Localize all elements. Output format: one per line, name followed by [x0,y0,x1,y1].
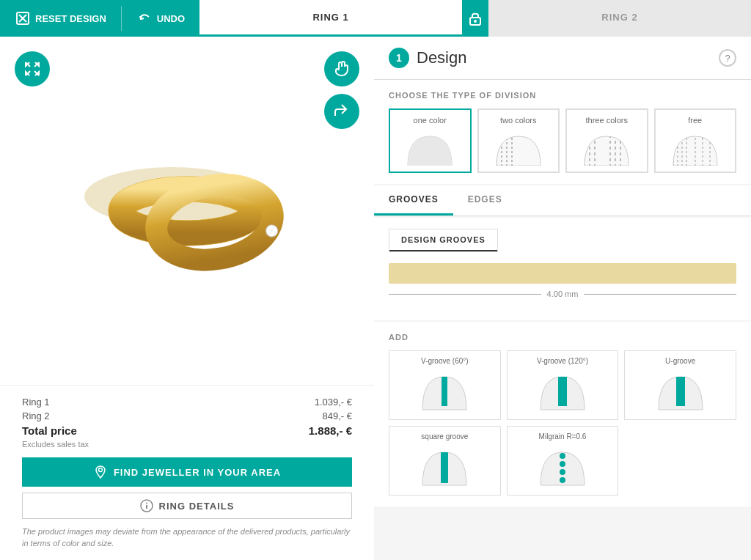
design-header: 1 Design ? [374,37,751,80]
rings-illustration [62,101,312,321]
groove-v120[interactable]: V-groove (120°) [507,350,619,420]
tab-edges[interactable]: EDGES [453,185,517,215]
v60-icon [419,369,470,413]
ring1-price: 1.039,- € [315,397,352,408]
reset-label: Reset design [35,13,106,24]
groove-bar-container [389,263,736,284]
svg-rect-42 [441,452,448,483]
tab-ring2[interactable]: RING 2 [488,0,751,37]
svg-point-21 [146,503,147,504]
square-groove-icon [419,445,470,489]
measure-line-left [389,294,541,295]
find-jeweller-button[interactable]: FIND JEWELLER IN YOUR AREA [22,457,352,487]
ring1-label: Ring 1 [22,397,50,408]
ring2-price-row: Ring 2 849,- € [22,410,352,421]
division-free[interactable]: free [654,108,737,173]
groove-u[interactable]: U-groove [624,350,736,420]
undo-label: Undo [157,13,185,24]
lock-icon[interactable] [462,0,488,37]
grooves-section: DESIGN GROOVES 4.00 mm [374,218,751,320]
ring2-label: Ring 2 [22,410,50,421]
ring-details-button[interactable]: RING DETAILS [22,493,352,519]
u-label: U-groove [665,357,695,365]
division-options: one color two colors [389,108,736,173]
two-colors-label: two colors [500,116,537,125]
groove-measure-value: 4.00 mm [547,290,579,298]
svg-rect-41 [676,377,685,406]
division-one-color[interactable]: one color [389,108,472,173]
disclaimer: The product images may deviate from the … [22,526,352,549]
svg-point-44 [560,461,565,467]
two-colors-icon [493,129,544,166]
design-title: Design [417,48,466,67]
action-buttons: FIND JEWELLER IN YOUR AREA RING DETAILS [22,457,352,519]
help-icon[interactable]: ? [719,49,736,67]
add-section: ADD V-groove (60°) V-groove (120°) [374,322,751,506]
ring2-price: 849,- € [323,410,352,421]
add-label: ADD [389,333,736,342]
free-icon [670,129,721,166]
design-grooves-tab: DESIGN GROOVES [389,229,498,252]
measure-line-right [584,294,736,295]
header: Reset design Undo RING 1 RING 2 [0,0,751,37]
tab-grooves[interactable]: GROOVES [374,185,453,215]
svg-point-4 [474,20,477,23]
grooves-edges-tabs: GROOVES EDGES [374,185,751,216]
design-grooves-button[interactable]: DESIGN GROOVES [389,229,497,251]
square-label: square groove [421,432,468,441]
division-two-colors[interactable]: two colors [477,108,560,173]
ring-preview [0,37,374,385]
expand-button[interactable] [15,51,50,86]
svg-point-43 [560,453,565,459]
groove-square[interactable]: square groove [389,426,501,495]
total-price-row: Total price 1.888,- € [22,424,352,437]
milgrain-label: Milgrain R=0.6 [539,432,587,441]
free-label: free [688,116,702,125]
tax-note: Excludes sales tax [22,440,352,449]
svg-point-46 [560,477,565,483]
groove-v60[interactable]: V-groove (60°) [389,350,501,420]
division-three-colors[interactable]: three colors [565,108,648,173]
division-label: CHOOSE THE TYPE OF DIVISION [389,91,736,100]
design-title-group: 1 Design [389,48,466,68]
main-layout: Ring 1 1.039,- € Ring 2 849,- € Total pr… [0,37,751,560]
left-panel: Ring 1 1.039,- € Ring 2 849,- € Total pr… [0,37,374,560]
tab-ring1[interactable]: RING 1 [199,0,462,37]
pricing-section: Ring 1 1.039,- € Ring 2 849,- € Total pr… [0,385,374,560]
groove-milgrain[interactable]: Milgrain R=0.6 [507,426,619,495]
info-icon [140,499,153,512]
share-button[interactable] [324,94,359,129]
v120-label: V-groove (120°) [537,357,588,365]
one-color-icon [404,129,455,166]
groove-options-grid: V-groove (60°) V-groove (120°) [389,350,736,495]
svg-point-18 [98,468,102,472]
undo-button[interactable]: Undo [136,10,185,26]
milgrain-icon [537,445,588,489]
ring1-price-row: Ring 1 1.039,- € [22,397,352,408]
reset-design-button[interactable]: Reset design [15,10,106,26]
jeweller-icon [93,465,108,479]
v120-icon [537,369,588,413]
total-label: Total price [22,424,77,437]
u-groove-icon [655,369,706,413]
v60-label: V-groove (60°) [421,357,469,365]
header-divider [121,6,122,31]
svg-point-45 [560,469,565,475]
header-left: Reset design Undo [0,0,199,37]
groove-measure: 4.00 mm [389,290,736,298]
one-color-label: one color [414,116,447,125]
close-icon [15,10,31,26]
groove-bar[interactable] [389,263,736,284]
step-badge: 1 [389,48,409,68]
undo-icon [136,10,153,26]
total-price: 1.888,- € [309,424,352,437]
division-section: CHOOSE THE TYPE OF DIVISION one color tw… [374,80,751,184]
three-colors-label: three colors [586,116,628,125]
three-colors-icon [581,129,632,166]
right-panel: 1 Design ? CHOOSE THE TYPE OF DIVISION o… [374,37,751,560]
hand-button[interactable] [324,51,359,86]
ring-tabs: RING 1 RING 2 [199,0,751,37]
